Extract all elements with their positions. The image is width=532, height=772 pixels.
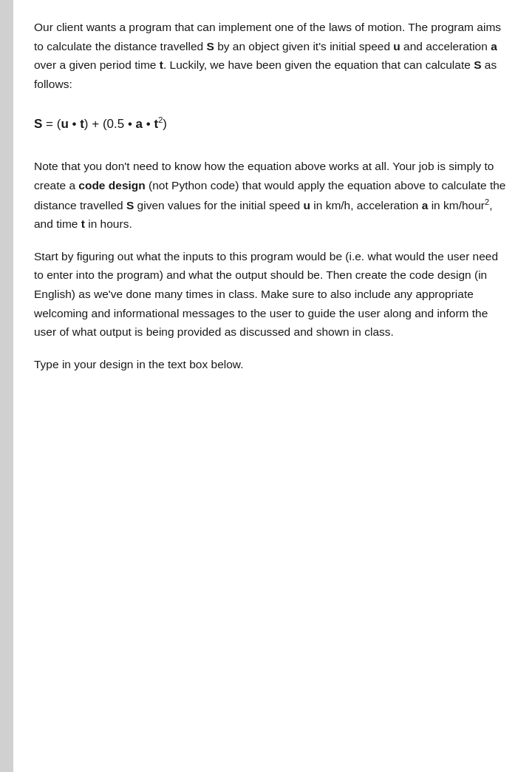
left-border [0,0,13,772]
eq-s: S [34,117,42,131]
note-s-bold: S [126,199,134,211]
note-sup: 2 [485,197,489,206]
intro-paragraph: Our client wants a program that can impl… [34,18,508,93]
note-t-bold: t [81,217,85,230]
content-area: Our client wants a program that can impl… [13,0,532,772]
equation-block: S = (u • t) + (0.5 • a • t2) [34,114,508,133]
type-paragraph: Type in your design in the text box belo… [34,355,508,374]
eq-a: a [136,117,143,131]
eq-t1: t [80,117,84,131]
s-bold-1: S [207,40,214,53]
a-bold: a [491,40,497,53]
code-design-bold: code design [78,179,145,192]
note-a-bold: a [422,199,429,211]
t-bold: t [160,58,163,71]
note-u-bold: u [303,199,310,211]
eq-u: u [61,117,68,131]
eq-sup: 2 [158,115,163,124]
s-bold-2: S [474,58,481,71]
u-bold: u [393,40,400,53]
equation-text: S = (u • t) + (0.5 • a • t2) [34,117,167,131]
page-container: Our client wants a program that can impl… [0,0,532,772]
note-paragraph: Note that you don't need to know how the… [34,157,508,233]
start-paragraph: Start by figuring out what the inputs to… [34,247,508,342]
